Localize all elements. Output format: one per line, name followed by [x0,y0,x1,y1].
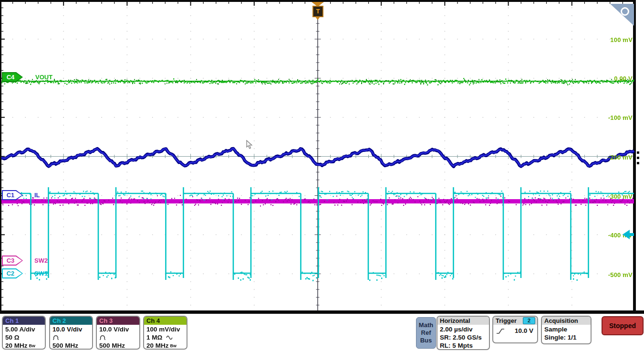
ch2-bandwidth: 500 MHz [52,341,90,350]
horizontal-record-length: RL: 5 Mpts [440,341,487,350]
trigger-source-chip: 2 [523,317,535,324]
axis-label: -200 mV [590,154,633,161]
ch4-bandwidth: 20 MHzBw [146,341,184,350]
ch1-badge[interactable]: Ch 1 5.00 A/div 50 Ω 20 MHzBw [2,316,46,350]
ch1-scale: 5.00 A/div [5,325,42,333]
magnifier-icon [621,7,629,16]
bw-limit-icon: Bw [170,343,177,348]
math-ref-bus-button[interactable]: Math Ref Bus [416,317,436,349]
ch1-title: Ch 1 [3,317,45,325]
ref-label: Ref [416,329,436,337]
bw-limit-icon: Bw [29,343,36,348]
ch2-probe-icon [52,333,90,341]
trigger-title: Trigger [496,317,517,325]
trigger-level: 10.0 V [515,327,533,335]
horizontal-badge[interactable]: Horizontal 2.00 µs/div SR: 2.50 GS/s RL:… [436,316,490,350]
run-stop-indicator[interactable]: Stopped [602,316,644,335]
rising-edge-icon [496,328,505,334]
math-label: Math [416,321,436,329]
ch1-termination: 50 Ω [5,333,42,341]
ch4-badge[interactable]: Ch 4 100 mV/div 1 MΩ 20 MHzBw [143,316,187,350]
ch2-title: Ch 2 [50,317,92,325]
more-handle-icon[interactable] [637,151,640,167]
ch2-badge[interactable]: Ch 2 10.0 V/div 500 MHz [49,316,93,350]
acquisition-mode: Sample [544,325,588,333]
ch3-badge[interactable]: Ch 3 10.0 V/div 500 MHz [96,316,140,350]
horizontal-sample-rate: SR: 2.50 GS/s [440,333,487,341]
trace-label-il: IL [34,192,40,199]
acquisition-title: Acquisition [542,317,591,325]
waveform-canvas [0,0,644,314]
ch2-scale: 10.0 V/div [52,325,90,333]
ch4-termination: 1 MΩ [146,333,184,341]
axis-label: 0.00 V [590,75,633,82]
ch3-probe-icon [99,333,137,341]
mouse-cursor [246,140,253,149]
ch2-level-arrow-icon[interactable] [623,230,634,239]
trigger-marker[interactable]: T [312,6,323,17]
ch1-bandwidth: 20 MHzBw [5,341,42,350]
ch3-bandwidth: 500 MHz [99,341,137,350]
ac-coupling-icon [166,335,173,340]
horizontal-scale: 2.00 µs/div [440,325,487,333]
ch3-scale: 10.0 V/div [99,325,137,333]
horizontal-title: Horizontal [437,317,489,325]
acquisition-badge[interactable]: Acquisition Sample Single: 1/1 [541,316,592,344]
trigger-badge[interactable]: Trigger 2 10.0 V [492,316,538,343]
trace-label-sw1: SW1 [34,270,48,277]
oscilloscope-screen: T 100 mV 0.00 V -100 mV -200 mV -300 mV … [0,0,644,352]
axis-label: 100 mV [590,36,633,43]
axis-label: -500 mV [590,271,633,278]
trace-label-sw2: SW2 [34,257,48,264]
ch4-title: Ch 4 [144,317,187,325]
axis-label: -300 mV [590,193,633,200]
trigger-marker-arrow-icon [315,17,320,20]
ch4-scale: 100 mV/div [146,325,184,333]
ch3-title: Ch 3 [97,317,139,325]
acquisition-count: Single: 1/1 [544,333,588,341]
axis-label: -100 mV [590,114,633,121]
bus-label: Bus [416,337,436,344]
trace-label-vout: VOUT [35,74,52,81]
